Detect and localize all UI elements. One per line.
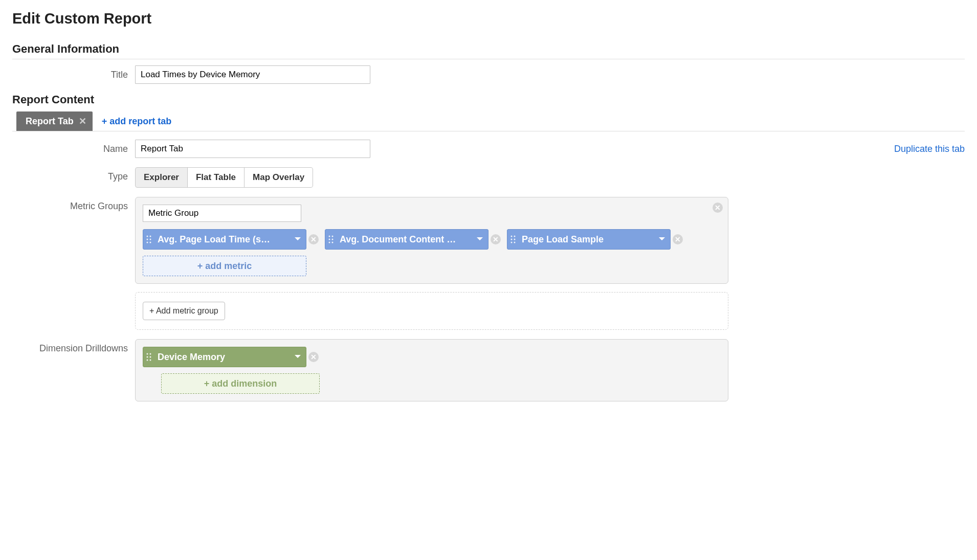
title-input[interactable] [135, 65, 370, 84]
dimension-chip[interactable]: Device Memory [143, 347, 306, 367]
remove-metric-group-icon[interactable]: ✕ [713, 203, 723, 213]
section-heading-report-content: Report Content [12, 93, 965, 109]
type-row: Type Explorer Flat Table Map Overlay [12, 167, 965, 188]
dimension-chip-label: Device Memory [154, 352, 290, 363]
metric-group-name-input[interactable] [143, 205, 301, 222]
svg-point-11 [332, 242, 334, 243]
metrics-chips-row: Avg. Page Load Time (s… ✕ Avg. Document … [143, 229, 721, 250]
metric-chip[interactable]: Avg. Page Load Time (s… [143, 229, 306, 250]
drag-grip-icon[interactable] [507, 235, 519, 243]
remove-metric-icon[interactable]: ✕ [673, 234, 683, 244]
svg-point-0 [147, 236, 148, 237]
svg-point-15 [514, 239, 516, 240]
svg-point-4 [147, 242, 148, 243]
svg-point-8 [329, 239, 330, 240]
report-tab-label: Report Tab [26, 116, 74, 127]
report-tabs-row: Report Tab ✕ + add report tab [12, 111, 965, 131]
duplicate-tab-link[interactable]: Duplicate this tab [894, 144, 965, 154]
chevron-down-icon[interactable] [290, 355, 306, 359]
metric-group-panel: ✕ Avg. Page Load Time (s… ✕ [135, 197, 728, 284]
chevron-down-icon[interactable] [472, 237, 488, 241]
metric-groups-label: Metric Groups [12, 197, 135, 212]
metric-chip[interactable]: Avg. Document Content … [325, 229, 488, 250]
add-metric-group-button[interactable]: + Add metric group [143, 302, 225, 320]
svg-point-14 [511, 239, 513, 240]
type-label: Type [12, 167, 135, 182]
metric-chip[interactable]: Page Load Sample [507, 229, 671, 250]
dimension-drilldowns-row: Dimension Drilldowns Device Memory ✕ [12, 339, 965, 401]
svg-point-10 [329, 242, 330, 243]
metric-chip-label: Avg. Page Load Time (s… [154, 234, 290, 245]
svg-point-1 [150, 236, 151, 237]
remove-dimension-icon[interactable]: ✕ [308, 352, 319, 362]
svg-point-5 [150, 242, 151, 243]
drag-grip-icon[interactable] [325, 235, 337, 243]
svg-point-18 [147, 353, 148, 355]
svg-point-13 [514, 236, 516, 237]
close-icon[interactable]: ✕ [79, 116, 86, 127]
name-label: Name [12, 140, 135, 154]
svg-point-6 [329, 236, 330, 237]
title-label: Title [12, 65, 135, 80]
metric-chip-label: Page Load Sample [519, 234, 654, 245]
add-dimension-button[interactable]: + add dimension [161, 373, 320, 394]
svg-point-22 [147, 360, 148, 361]
add-report-tab-link[interactable]: + add report tab [102, 116, 172, 131]
type-option-map-overlay[interactable]: Map Overlay [244, 167, 313, 188]
svg-point-7 [332, 236, 334, 237]
remove-metric-icon[interactable]: ✕ [308, 234, 319, 244]
svg-point-2 [147, 239, 148, 240]
chevron-down-icon[interactable] [654, 237, 670, 241]
svg-point-3 [150, 239, 151, 240]
type-segmented-control: Explorer Flat Table Map Overlay [135, 167, 313, 188]
type-option-flat-table[interactable]: Flat Table [187, 167, 245, 188]
svg-point-12 [511, 236, 513, 237]
svg-point-23 [150, 360, 151, 361]
page-title: Edit Custom Report [12, 10, 965, 27]
section-heading-general-info: General Information [12, 42, 965, 59]
svg-point-21 [150, 356, 151, 358]
dimension-panel: Device Memory ✕ + add dimension [135, 339, 728, 401]
drag-grip-icon[interactable] [143, 235, 154, 243]
svg-point-20 [147, 356, 148, 358]
svg-point-9 [332, 239, 334, 240]
add-metric-group-panel: + Add metric group [135, 292, 728, 330]
svg-point-16 [511, 242, 513, 243]
chevron-down-icon[interactable] [290, 237, 306, 241]
name-input[interactable] [135, 140, 370, 158]
metric-groups-row: Metric Groups ✕ Avg. Page Load Time (s… [12, 197, 965, 330]
metric-chip-label: Avg. Document Content … [337, 234, 472, 245]
drag-grip-icon[interactable] [143, 353, 154, 361]
add-metric-button[interactable]: + add metric [143, 256, 306, 276]
remove-metric-icon[interactable]: ✕ [491, 234, 501, 244]
name-row: Name Duplicate this tab [12, 140, 965, 158]
svg-point-17 [514, 242, 516, 243]
dimension-drilldowns-label: Dimension Drilldowns [12, 339, 135, 354]
svg-point-19 [150, 353, 151, 355]
type-option-explorer[interactable]: Explorer [135, 167, 188, 188]
report-tab[interactable]: Report Tab ✕ [16, 111, 93, 131]
title-row: Title [12, 65, 965, 84]
